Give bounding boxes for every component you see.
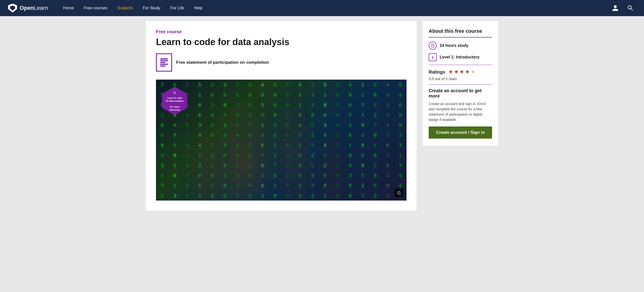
sidebar: About this free course 24 hours study 1 … bbox=[423, 21, 498, 146]
logo[interactable]: OpenLearn bbox=[8, 4, 48, 13]
star-3: ★ bbox=[459, 69, 464, 75]
ratings-title: Ratings bbox=[429, 70, 445, 75]
nav-link-free-courses[interactable]: Free courses bbox=[79, 0, 112, 16]
cta-title: Create an account to get more bbox=[429, 88, 492, 99]
hex-label: Learn to code for data analysis The Open… bbox=[165, 97, 184, 111]
main-panel: Free course Learn to code for data analy… bbox=[146, 21, 417, 211]
sidebar-divider-2 bbox=[429, 65, 492, 65]
page-wrapper: Free course Learn to code for data analy… bbox=[141, 16, 503, 216]
user-icon-button[interactable] bbox=[610, 3, 621, 14]
cta-description: Create an account and sign in. Enrol and… bbox=[429, 101, 492, 122]
cert-line-4 bbox=[160, 64, 168, 65]
star-5: ★ bbox=[470, 69, 475, 75]
navbar: OpenLearn Home Free courses Subjects For… bbox=[0, 0, 644, 16]
nav-link-for-life[interactable]: For Life bbox=[165, 0, 189, 16]
hex-atom-icon: ⚛ bbox=[173, 90, 177, 96]
nav-link-subjects[interactable]: Subjects bbox=[112, 0, 138, 16]
cert-line-2 bbox=[160, 60, 168, 61]
sidebar-hours-item: 24 hours study bbox=[429, 42, 492, 50]
course-image: 7625831940762583194053716928045371692804… bbox=[156, 80, 407, 201]
user-icon bbox=[612, 5, 619, 12]
course-title: Learn to code for data analysis bbox=[156, 37, 407, 47]
logo-shield-icon bbox=[8, 4, 17, 13]
nav-link-home[interactable]: Home bbox=[58, 0, 79, 16]
hex-shape: ⚛ Learn to code for data analysis The Op… bbox=[162, 87, 187, 115]
search-icon bbox=[627, 5, 634, 12]
caption-icon: © bbox=[394, 188, 404, 198]
clock-icon bbox=[429, 42, 437, 50]
level-label: Level 1: Introductory bbox=[440, 55, 479, 59]
cert-icon-lines bbox=[160, 58, 168, 67]
cert-text: Free statement of participation on compl… bbox=[176, 60, 269, 65]
sidebar-title: About this free course bbox=[429, 28, 492, 34]
ratings-score: 3.5 out of 5 stars bbox=[429, 77, 492, 81]
sidebar-level-item: 1 Level 1: Introductory bbox=[429, 53, 492, 61]
people-overlay bbox=[156, 80, 407, 201]
nav-link-for-study[interactable]: For Study bbox=[138, 0, 165, 16]
stars-row: ★ ★ ★ ★ ★ bbox=[448, 69, 475, 75]
sidebar-divider-1 bbox=[429, 37, 492, 38]
course-image-bg: 7625831940762583194053716928045371692804… bbox=[156, 80, 407, 201]
nav-icons bbox=[610, 3, 636, 14]
badge-row: Free statement of participation on compl… bbox=[156, 53, 407, 74]
ratings-section: Ratings ★ ★ ★ ★ ★ 3.5 out of 5 stars bbox=[429, 69, 492, 81]
cert-line-5 bbox=[160, 66, 165, 67]
cta-button[interactable]: Create account / Sign in bbox=[429, 126, 492, 139]
level-icon: 1 bbox=[429, 53, 437, 61]
star-1: ★ bbox=[448, 69, 453, 75]
star-4: ★ bbox=[465, 69, 470, 75]
nav-link-help[interactable]: Help bbox=[189, 0, 208, 16]
cert-line-3 bbox=[160, 62, 165, 63]
star-2: ★ bbox=[454, 69, 459, 75]
hex-badge: ⚛ Learn to code for data analysis The Op… bbox=[162, 87, 187, 115]
search-icon-button[interactable] bbox=[625, 3, 636, 14]
logo-text: OpenLearn bbox=[20, 5, 48, 11]
hours-label: 24 hours study bbox=[440, 43, 468, 48]
free-course-label: Free course bbox=[156, 29, 407, 35]
sidebar-divider-3 bbox=[429, 84, 492, 85]
cert-icon bbox=[156, 53, 172, 72]
nav-links: Home Free courses Subjects For Study For… bbox=[58, 0, 610, 16]
cert-badge: Free statement of participation on compl… bbox=[156, 53, 269, 72]
cert-line-1 bbox=[160, 58, 168, 59]
